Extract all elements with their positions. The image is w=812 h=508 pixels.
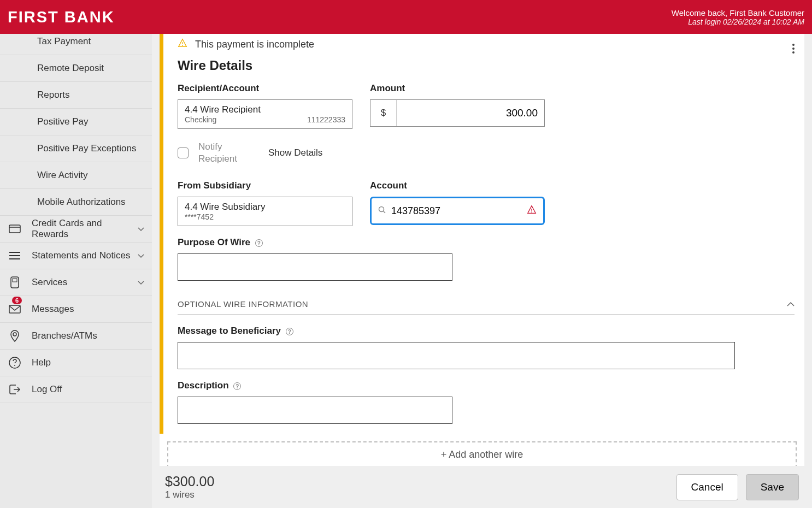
sidebar-item-label: Positive Pay [37, 116, 89, 127]
svg-point-8 [13, 333, 16, 336]
card-icon [8, 222, 22, 236]
description-input[interactable] [178, 397, 452, 424]
notify-recipient-checkbox[interactable] [178, 147, 189, 158]
sidebar-item-branches[interactable]: Branches/ATMs [0, 323, 152, 350]
sidebar-item-label: Positive Pay Exceptions [37, 143, 136, 154]
device-icon [8, 275, 22, 290]
cancel-button[interactable]: Cancel [676, 474, 738, 500]
sidebar-item-positive-pay[interactable]: Positive Pay [0, 109, 152, 135]
optional-section-header[interactable]: OPTIONAL WIRE INFORMATION [178, 292, 795, 315]
amount-label: Amount [370, 83, 545, 94]
save-button[interactable]: Save [746, 474, 799, 500]
footer-bar: $300.00 1 wires Cancel Save [152, 466, 812, 508]
recipient-label: Recipient/Account [178, 83, 352, 94]
messages-badge: 6 [12, 297, 22, 304]
amount-field[interactable]: $ [370, 99, 545, 127]
wire-details-title: Wire Details [178, 58, 795, 73]
sidebar-item-label: Help [32, 357, 51, 368]
svg-point-10 [14, 365, 15, 366]
sidebar-item-label: Statements and Notices [32, 250, 130, 261]
mail-icon: 6 [8, 302, 22, 316]
sidebar-item-label: Messages [32, 304, 74, 315]
sidebar-item-label: Mobile Authorizations [37, 197, 126, 208]
sidebar-item-remote-deposit[interactable]: Remote Deposit [0, 55, 152, 82]
help-icon [8, 356, 22, 370]
logout-icon [8, 382, 22, 397]
optional-header-text: OPTIONAL WIRE INFORMATION [178, 299, 308, 309]
chevron-up-icon[interactable] [787, 299, 795, 309]
sidebar-item-positive-pay-exceptions[interactable]: Positive Pay Exceptions [0, 135, 152, 162]
help-tooltip-icon[interactable]: ? [233, 382, 241, 390]
chevron-down-icon [138, 250, 144, 261]
kebab-menu-button[interactable] [789, 40, 798, 59]
amount-input[interactable] [397, 107, 544, 119]
footer-totals: $300.00 1 wires [165, 474, 214, 500]
sidebar-item-label: Branches/ATMs [32, 330, 97, 341]
description-label: Description ? [178, 380, 795, 391]
sidebar-item-services[interactable]: Services [0, 269, 152, 296]
svg-point-13 [792, 51, 795, 54]
notify-recipient-label: Notify Recipient [198, 141, 248, 165]
sidebar-item-tax-payment[interactable]: Tax Payment [0, 34, 152, 55]
account-label: Account [370, 180, 545, 191]
chevron-down-icon [138, 223, 144, 234]
subsidiary-mask: ****7452 [185, 212, 214, 221]
wire-details-block: This payment is incomplete Wire Details … [160, 34, 804, 434]
svg-point-15 [182, 45, 183, 46]
alert-triangle-icon [527, 205, 537, 217]
svg-rect-7 [9, 305, 20, 313]
recipient-type: Checking [185, 115, 216, 124]
message-input[interactable] [178, 342, 735, 369]
message-label: Message to Beneficiary ? [178, 326, 795, 336]
sidebar-item-reports[interactable]: Reports [0, 82, 152, 109]
sidebar-item-credit-cards[interactable]: Credit Cards and Rewards [0, 216, 152, 243]
help-tooltip-icon[interactable]: ? [286, 328, 293, 335]
subsidiary-label: From Subsidiary [178, 180, 352, 191]
chevron-down-icon [138, 277, 144, 288]
search-icon [378, 206, 386, 216]
subsidiary-dropdown[interactable]: 4.4 Wire Subsidiary ****7452 [178, 197, 352, 226]
sidebar-item-messages[interactable]: 6 Messages [0, 296, 152, 323]
last-login-text: Last login 02/26/2024 at 10:02 AM [672, 17, 804, 26]
sidebar-item-label: Credit Cards and Rewards [32, 218, 138, 240]
sidebar-item-label: Services [32, 277, 67, 288]
wire-count: 1 wires [165, 489, 214, 500]
svg-rect-0 [9, 225, 20, 233]
purpose-input[interactable] [178, 253, 452, 281]
add-another-wire-button[interactable]: + Add another wire [167, 441, 797, 466]
recipient-dropdown[interactable]: 4.4 Wire Recipient Checking 111222333 [178, 99, 352, 129]
account-input[interactable] [391, 205, 527, 217]
show-details-link[interactable]: Show Details [268, 147, 322, 158]
app-header: FIRST BANK Welcome back, First Bank Cust… [0, 0, 812, 34]
sidebar-item-label: Reports [37, 90, 70, 101]
welcome-text: Welcome back, First Bank Customer [672, 8, 804, 17]
sidebar: Tax Payment Remote Deposit Reports Posit… [0, 34, 152, 508]
recipient-name: 4.4 Wire Recipient [185, 104, 345, 115]
sidebar-item-label: Tax Payment [37, 36, 91, 47]
svg-point-12 [792, 48, 795, 50]
subsidiary-name: 4.4 Wire Subsidiary [185, 202, 345, 212]
total-amount: $300.00 [165, 474, 214, 489]
svg-point-11 [792, 44, 795, 46]
sidebar-item-help[interactable]: Help [0, 350, 152, 376]
warning-triangle-icon [178, 38, 187, 50]
lines-icon [8, 249, 22, 263]
sidebar-item-label: Remote Deposit [37, 63, 104, 74]
help-tooltip-icon[interactable]: ? [255, 239, 263, 247]
sidebar-item-statements[interactable]: Statements and Notices [0, 243, 152, 269]
bank-logo: FIRST BANK [8, 8, 115, 26]
currency-symbol: $ [370, 100, 397, 126]
svg-line-17 [384, 211, 386, 214]
sidebar-item-logoff[interactable]: Log Off [0, 376, 152, 403]
sidebar-item-wire-activity[interactable]: Wire Activity [0, 162, 152, 189]
recipient-number: 111222333 [307, 115, 345, 124]
header-user-info: Welcome back, First Bank Customer Last l… [672, 8, 804, 26]
sidebar-item-label: Log Off [32, 384, 62, 395]
sidebar-item-label: Wire Activity [37, 170, 88, 181]
main-area: This payment is incomplete Wire Details … [152, 34, 812, 508]
account-field[interactable] [370, 197, 545, 225]
sidebar-item-mobile-authorizations[interactable]: Mobile Authorizations [0, 189, 152, 216]
svg-rect-6 [13, 279, 17, 282]
incomplete-warning: This payment is incomplete [178, 38, 795, 50]
incomplete-text: This payment is incomplete [195, 39, 314, 50]
